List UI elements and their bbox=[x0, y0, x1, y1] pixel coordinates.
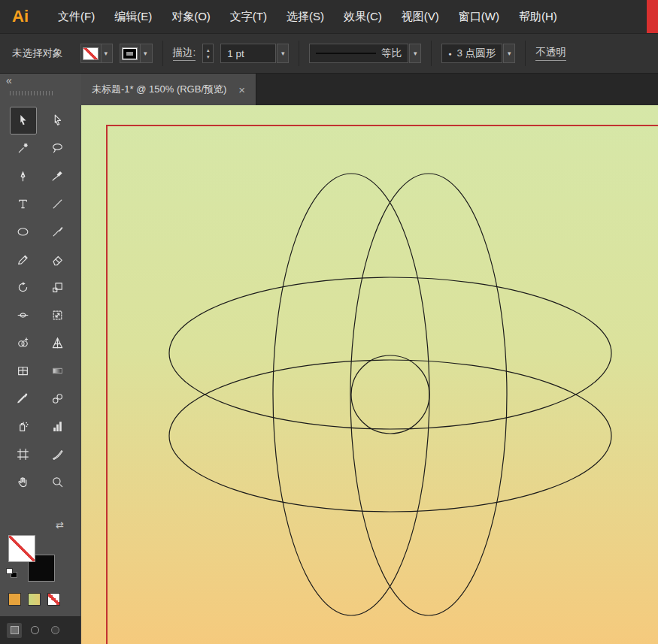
menu-item-effect[interactable]: 效果(C) bbox=[334, 0, 392, 33]
menu-item-object[interactable]: 对象(O) bbox=[162, 0, 220, 33]
opacity-label[interactable]: 不透明 bbox=[535, 46, 566, 61]
menu-item-window[interactable]: 窗口(W) bbox=[449, 0, 509, 33]
pen-tool-icon bbox=[17, 170, 29, 183]
perspective-grid-tool-icon bbox=[51, 337, 64, 349]
ellipse-tool-icon bbox=[17, 225, 29, 238]
width-profile-dropdown[interactable]: 等比 bbox=[309, 44, 408, 63]
canvas-area[interactable] bbox=[81, 105, 658, 644]
chevron-down-icon[interactable]: ▾ bbox=[140, 44, 150, 62]
free-transform-tool[interactable] bbox=[44, 301, 71, 329]
fill-color-control[interactable]: ▾ bbox=[80, 44, 114, 63]
type-tool-icon bbox=[17, 198, 29, 210]
symbol-sprayer-tool[interactable] bbox=[10, 413, 37, 440]
menu-item-select[interactable]: 选择(S) bbox=[277, 0, 334, 33]
paintbrush-tool[interactable] bbox=[44, 218, 71, 246]
stroke-weight-stepper[interactable]: ▴ ▾ bbox=[202, 44, 214, 63]
draw-inside-button[interactable] bbox=[47, 623, 62, 638]
hand-tool[interactable] bbox=[10, 468, 37, 496]
free-transform-tool-icon bbox=[51, 309, 64, 322]
perspective-grid-tool[interactable] bbox=[44, 329, 71, 357]
eraser-tool[interactable] bbox=[44, 246, 71, 274]
app-logo: Ai bbox=[12, 7, 29, 26]
selection-tool[interactable] bbox=[10, 107, 37, 135]
column-graph-tool[interactable] bbox=[44, 413, 71, 440]
chevron-down-icon[interactable]: ▾ bbox=[409, 44, 421, 63]
chevron-down-icon[interactable]: ▾ bbox=[503, 44, 515, 63]
menu-item-help[interactable]: 帮助(H) bbox=[509, 0, 567, 33]
scale-tool-icon bbox=[51, 281, 64, 294]
swap-fill-stroke-icon[interactable]: ⇄ bbox=[56, 519, 64, 531]
lasso-tool[interactable] bbox=[44, 135, 71, 162]
stepper-up-icon[interactable]: ▴ bbox=[203, 47, 213, 53]
document-tab[interactable]: 未标题-1* @ 150% (RGB/预览) × bbox=[81, 74, 256, 105]
panel-grip[interactable] bbox=[10, 91, 53, 95]
fill-none-swatch-icon bbox=[83, 47, 99, 60]
shape-builder-tool[interactable] bbox=[10, 329, 37, 357]
menu-bar: Ai 文件(F) 编辑(E) 对象(O) 文字(T) 选择(S) 效果(C) 视… bbox=[0, 0, 658, 33]
collapse-panel-icon[interactable]: « bbox=[6, 74, 11, 86]
tool-panel-header: « bbox=[0, 74, 81, 105]
stepper-down-icon[interactable]: ▾ bbox=[203, 53, 213, 60]
artboard-tool[interactable] bbox=[10, 440, 37, 468]
tab-strip: 未标题-1* @ 150% (RGB/预览) × bbox=[81, 74, 658, 105]
width-profile-value: 等比 bbox=[381, 47, 402, 60]
pencil-tool[interactable] bbox=[10, 246, 37, 274]
curvature-tool-icon bbox=[51, 170, 64, 183]
artboard-svg[interactable] bbox=[81, 105, 658, 644]
draw-behind-button[interactable] bbox=[27, 623, 42, 638]
gradient-tool-icon bbox=[51, 364, 64, 377]
pen-tool[interactable] bbox=[10, 162, 37, 190]
menu-item-file[interactable]: 文件(F) bbox=[48, 0, 105, 33]
mesh-tool-icon bbox=[17, 364, 29, 377]
brush-dropdown[interactable]: ● 3 点圆形 bbox=[441, 44, 502, 63]
menu-item-view[interactable]: 视图(V) bbox=[392, 0, 449, 33]
stroke-weight-field[interactable]: 1 pt bbox=[220, 44, 276, 63]
rotate-tool[interactable] bbox=[10, 274, 37, 301]
width-tool-icon bbox=[17, 309, 29, 322]
draw-inside-icon bbox=[51, 626, 59, 634]
fill-indicator[interactable] bbox=[8, 535, 35, 562]
line-segment-tool-icon bbox=[51, 198, 64, 210]
chevron-down-icon[interactable]: ▾ bbox=[101, 44, 111, 62]
blend-tool[interactable] bbox=[44, 385, 71, 413]
width-tool[interactable] bbox=[10, 301, 37, 329]
line-segment-tool[interactable] bbox=[44, 190, 71, 218]
selection-tool-icon bbox=[17, 114, 29, 127]
slice-tool[interactable] bbox=[44, 440, 71, 468]
magic-wand-tool[interactable] bbox=[10, 135, 37, 162]
curvature-tool[interactable] bbox=[44, 162, 71, 190]
stroke-weight-label[interactable]: 描边: bbox=[173, 46, 196, 61]
scale-tool[interactable] bbox=[44, 274, 71, 301]
pencil-tool-icon bbox=[17, 253, 29, 266]
color-swatch-button[interactable] bbox=[8, 593, 21, 606]
stroke-weight-value: 1 pt bbox=[227, 48, 244, 59]
mesh-tool[interactable] bbox=[10, 357, 37, 385]
separator bbox=[525, 41, 526, 66]
tab-close-icon[interactable]: × bbox=[238, 83, 245, 96]
artboard-tool-icon bbox=[17, 448, 29, 461]
none-swatch-button[interactable] bbox=[47, 593, 60, 606]
stroke-color-control[interactable]: ▾ bbox=[120, 44, 153, 63]
zoom-tool-icon bbox=[51, 476, 64, 488]
zoom-tool[interactable] bbox=[44, 468, 71, 496]
illustrator-window: Ai 文件(F) 编辑(E) 对象(O) 文字(T) 选择(S) 效果(C) 视… bbox=[0, 0, 658, 644]
chevron-down-icon[interactable]: ▾ bbox=[277, 44, 289, 63]
brush-dot-icon: ● bbox=[448, 51, 451, 56]
ellipse-tool[interactable] bbox=[10, 218, 37, 246]
window-close-button[interactable] bbox=[647, 0, 658, 33]
gradient-swatch-button[interactable] bbox=[28, 593, 41, 606]
type-tool[interactable] bbox=[10, 190, 37, 218]
magic-wand-tool-icon bbox=[17, 142, 29, 155]
default-fill-stroke-button[interactable] bbox=[6, 568, 19, 579]
document-tab-title: 未标题-1* @ 150% (RGB/预览) bbox=[92, 83, 226, 96]
draw-normal-button[interactable] bbox=[7, 623, 22, 638]
direct-selection-tool[interactable] bbox=[44, 107, 71, 135]
gradient-tool[interactable] bbox=[44, 357, 71, 385]
draw-behind-icon bbox=[31, 626, 39, 634]
hand-tool-icon bbox=[17, 476, 29, 488]
eyedropper-tool[interactable] bbox=[10, 385, 37, 413]
menu-item-edit[interactable]: 编辑(E) bbox=[105, 0, 162, 33]
artboard-background bbox=[81, 105, 658, 644]
blend-tool-icon bbox=[51, 392, 64, 405]
menu-item-type[interactable]: 文字(T) bbox=[220, 0, 277, 33]
